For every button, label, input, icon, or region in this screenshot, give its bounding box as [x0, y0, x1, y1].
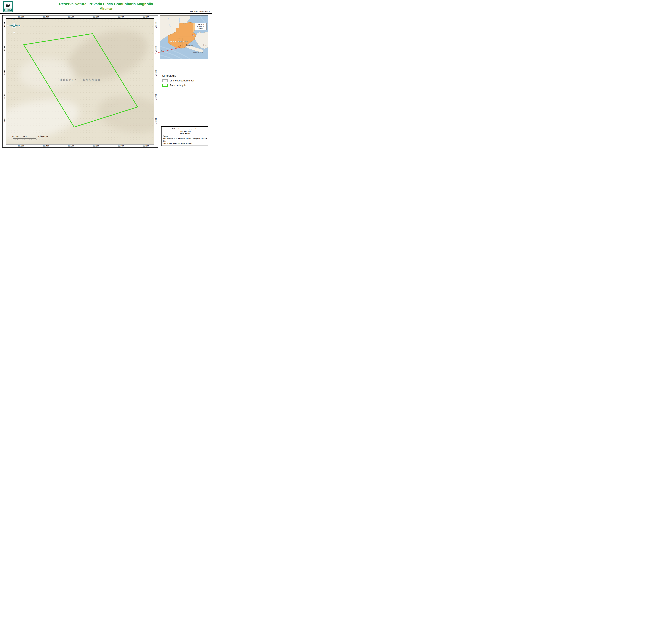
- y-coordinate-label: 1638900: [155, 46, 157, 52]
- map-canvas: N O E s QUETZALTENANGO 0 0.02 0.05 0.1 K…: [6, 18, 154, 144]
- y-coordinate-label: 1638800: [3, 70, 5, 76]
- page: CONAP Reserva Natural Privada Finca Comu…: [0, 0, 212, 150]
- x-coordinate-label: 367800: [143, 16, 149, 18]
- legend-panel: Simbología Límite Departamental Área pro…: [160, 73, 208, 88]
- x-coordinate-label: 367400: [43, 145, 49, 147]
- legend-title: Simbología: [162, 74, 176, 77]
- map-frame: 367300 367400 367500 367600 367700 36780…: [2, 15, 158, 147]
- title-line-1: Reserva Natural Privada Finca Comunitari…: [16, 2, 196, 6]
- x-coordinate-label: 367300: [18, 16, 24, 18]
- y-coordinate-label: 1638900: [3, 46, 5, 52]
- x-coordinate-label: 367500: [68, 16, 74, 18]
- y-coordinate-label: 1638600: [3, 118, 5, 124]
- conap-logo-text: CONAP: [4, 9, 12, 12]
- x-coordinate-label: 367700: [118, 16, 124, 18]
- inset-map-svg: G u a t e m a l a Guatemala San Salvador…: [160, 15, 208, 59]
- y-coordinate-label: 1638600: [155, 118, 157, 124]
- y-coordinate-label: 1638800: [155, 70, 157, 76]
- scale-label-005: 0.05: [22, 135, 27, 137]
- legend-item-label: Área protegida: [170, 84, 186, 87]
- scale-label-002: 0.02: [16, 135, 19, 137]
- conap-logo: CONAP: [3, 1, 13, 12]
- credits-datum: Datum WGS84: [163, 132, 207, 135]
- departmental-boundary-swatch: [162, 79, 168, 82]
- x-coordinate-label: 367400: [43, 16, 49, 18]
- y-coordinate-label: 1639000: [155, 22, 157, 28]
- inset-country-label: G u a t e m a l a: [170, 40, 187, 42]
- page-title: Reserva Natural Privada Finca Comunitari…: [16, 2, 196, 11]
- credits-panel: Sistema de coordenadas proyectadas Proye…: [161, 126, 208, 146]
- document-code: DAGeos-396-2026-BS: [190, 10, 210, 12]
- x-coordinate-label: 367700: [118, 145, 124, 147]
- scale-bar: 0 0.02 0.05 0.1 Kilómetros: [12, 135, 65, 141]
- inset-ref-number: 721: [161, 50, 163, 52]
- compass-n-label: N: [13, 18, 15, 20]
- compass-o-label: O: [7, 25, 9, 27]
- scale-label-0: 0: [12, 135, 14, 137]
- legend-item-label: Límite Departamental: [170, 79, 194, 82]
- credits-source-heading: Fuente:: [163, 135, 207, 137]
- x-coordinate-label: 367300: [18, 145, 24, 147]
- conap-emblem-svg: [5, 2, 11, 8]
- inset-san-salvador-label: San Salvador: [194, 52, 203, 53]
- protected-area-swatch: [162, 84, 168, 87]
- credits-coordinate-system: Sistema de coordenadas proyectadas: [163, 128, 207, 130]
- inset-honduras-label: H o: [203, 44, 207, 46]
- credits-source-2: Base de datos cartografía básica IGN 201…: [163, 142, 207, 145]
- y-coordinate-label: 1639000: [3, 22, 5, 28]
- compass-rose-icon: N O E s: [7, 18, 21, 33]
- region-label: QUETZALTENANGO: [40, 79, 121, 82]
- y-coordinate-label: 1638700: [3, 94, 5, 100]
- city-marker-icon: [184, 45, 185, 45]
- scale-ruler-icon: [12, 138, 39, 140]
- grid-crosses: [20, 24, 147, 122]
- x-coordinate-label: 367600: [93, 145, 99, 147]
- compass-s-label: s: [14, 32, 15, 33]
- title-line-2: Miramar: [16, 7, 196, 11]
- legend-item-protected-area: Área protegida: [162, 84, 186, 87]
- x-coordinate-label: 367500: [68, 145, 74, 147]
- locator-line-extension: [155, 52, 160, 53]
- inset-map: G u a t e m a l a Guatemala San Salvador…: [160, 15, 208, 59]
- y-coordinate-label: 1638700: [155, 94, 157, 100]
- scale-label-01: 0.1 Kilómetros: [35, 135, 48, 137]
- x-coordinate-label: 367600: [93, 16, 99, 18]
- credits-source-1: Base de datos de la Dirección Análisis G…: [163, 137, 207, 142]
- san-salvador-marker-icon: [193, 52, 194, 53]
- conap-emblem-icon: [4, 2, 12, 8]
- x-coordinate-label: 367800: [143, 145, 149, 147]
- compass-e-label: E: [19, 25, 20, 27]
- inset-city-label: Guatemala: [186, 44, 193, 46]
- header: CONAP Reserva Natural Privada Finca Comu…: [0, 0, 212, 14]
- territorial-dispute-note: Diferendo territorial no resuelto: [195, 23, 207, 30]
- credits-projection: Proyección GTM: [163, 130, 207, 132]
- legend-item-departmental: Límite Departamental: [162, 79, 194, 82]
